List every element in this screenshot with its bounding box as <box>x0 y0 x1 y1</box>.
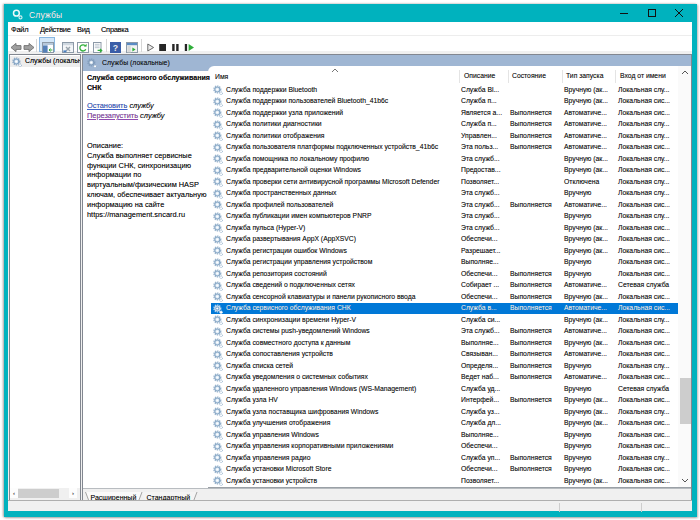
svg-text:?: ? <box>113 43 118 53</box>
